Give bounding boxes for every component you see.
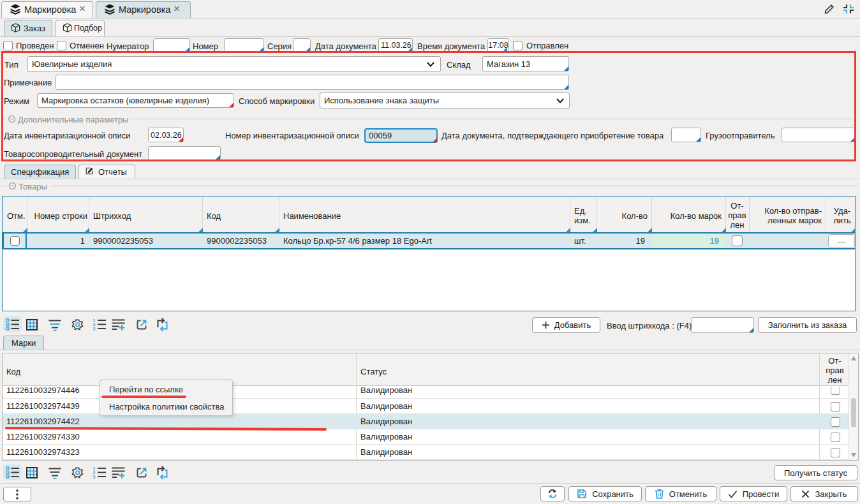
svg-text:3: 3 xyxy=(93,327,96,330)
svg-text:3: 3 xyxy=(93,475,96,478)
